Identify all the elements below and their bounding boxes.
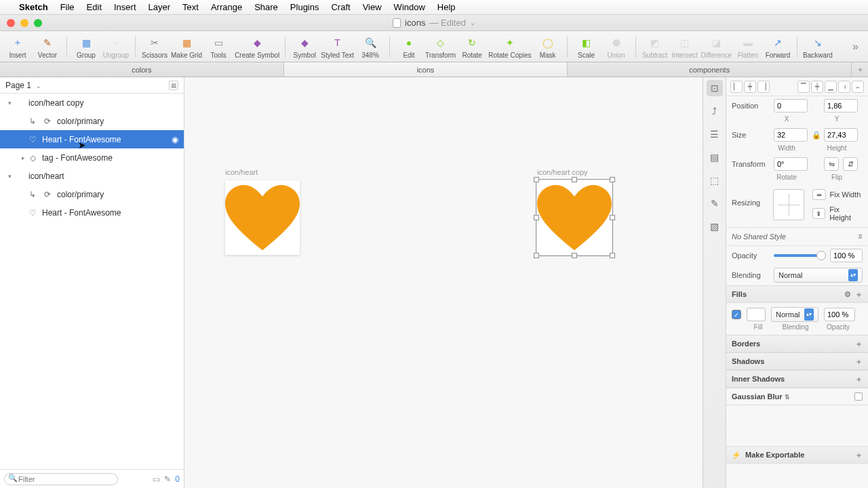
- rail-layout-icon[interactable]: ☰: [707, 126, 723, 142]
- flip-v-button[interactable]: ⇵: [843, 157, 858, 171]
- artboard-label[interactable]: icon/heart: [225, 168, 258, 176]
- layer-row[interactable]: ▾icon/heart: [0, 167, 184, 185]
- align-bottom-button[interactable]: ▁: [825, 81, 837, 93]
- width-input[interactable]: [774, 128, 808, 142]
- page-selector[interactable]: Page 1 ⌄ ▦: [0, 77, 184, 94]
- canvas[interactable]: icon/heart icon/heart copy: [184, 77, 703, 488]
- blending-select[interactable]: Normal ▴▾: [774, 268, 863, 283]
- menu-arrange[interactable]: Arrange: [211, 2, 242, 12]
- toolbar-insert[interactable]: ＋Insert: [4, 32, 31, 62]
- toolbar-rotate-copies[interactable]: ✦Rotate Copies: [488, 32, 531, 62]
- rail-align-icon[interactable]: ⊡: [707, 80, 723, 96]
- toolbar-348-[interactable]: 🔍348%: [357, 32, 384, 62]
- heart-shape[interactable]: [225, 180, 300, 255]
- layer-row[interactable]: ♡Heart - FontAwesome: [0, 203, 184, 222]
- menu-help[interactable]: Help: [437, 2, 456, 12]
- maximize-button[interactable]: [34, 19, 42, 27]
- artboard-label[interactable]: icon/heart copy: [537, 168, 588, 176]
- distribute-v-button[interactable]: ⫠: [852, 81, 864, 93]
- toolbar-scale[interactable]: ◧Scale: [573, 32, 600, 62]
- blur-enabled-checkbox[interactable]: [854, 392, 863, 401]
- toolbar-rotate[interactable]: ↻Rotate: [458, 32, 486, 62]
- opacity-input[interactable]: [830, 249, 863, 262]
- add-inner-shadow-button[interactable]: ＋: [855, 374, 863, 384]
- layer-row[interactable]: ↳⟳color/primary: [0, 185, 184, 203]
- document-title[interactable]: icons — Edited ⌄: [393, 18, 475, 28]
- layer-row[interactable]: ♡Heart - FontAwesome◉: [0, 130, 184, 148]
- menu-file[interactable]: File: [60, 2, 75, 12]
- align-center-v-button[interactable]: ┿: [811, 81, 823, 93]
- artboard-icon-heart-copy[interactable]: icon/heart copy: [537, 180, 612, 255]
- filter-options-icon[interactable]: ▭: [153, 474, 160, 484]
- align-right-button[interactable]: ▕: [757, 81, 770, 93]
- selection-handles[interactable]: [536, 179, 613, 256]
- fill-opacity-input[interactable]: [824, 308, 855, 321]
- artboard-icon-heart[interactable]: icon/heart: [225, 180, 300, 255]
- toolbar-overflow[interactable]: »: [847, 41, 864, 53]
- toolbar-forward[interactable]: ↗Forward: [764, 32, 791, 62]
- menu-insert[interactable]: Insert: [114, 2, 136, 12]
- add-border-button[interactable]: ＋: [855, 339, 863, 349]
- rail-export-icon[interactable]: ⤴: [707, 103, 723, 119]
- toolbar-edit[interactable]: ●Edit: [395, 32, 422, 62]
- tab-colors[interactable]: colors: [0, 62, 284, 77]
- menu-share[interactable]: Share: [254, 2, 278, 12]
- height-input[interactable]: [824, 128, 858, 142]
- layer-row[interactable]: ▸◇tag - FontAwesome: [0, 148, 184, 167]
- fill-blend-select[interactable]: Normal ▴▾: [771, 307, 818, 322]
- menu-text[interactable]: Text: [182, 2, 199, 12]
- fix-height-toggle[interactable]: ⬍: [812, 208, 826, 219]
- align-center-h-button[interactable]: ┿: [744, 81, 756, 93]
- toolbar-make-grid[interactable]: ▦Make Grid: [171, 32, 202, 62]
- rotate-input[interactable]: [774, 157, 808, 171]
- resizing-constraints[interactable]: [773, 189, 804, 220]
- position-x-input[interactable]: [774, 99, 808, 113]
- fill-color-swatch[interactable]: [747, 308, 766, 321]
- toolbar-difference[interactable]: ◪Difference: [701, 32, 732, 62]
- rail-image-icon[interactable]: ▧: [707, 218, 723, 235]
- layer-row[interactable]: ▾icon/heart copy: [0, 94, 184, 112]
- align-top-button[interactable]: ▔: [797, 81, 810, 93]
- menu-view[interactable]: View: [363, 2, 382, 12]
- filter-input[interactable]: [4, 473, 118, 485]
- close-button[interactable]: [7, 19, 15, 27]
- lock-aspect-icon[interactable]: 🔒: [812, 131, 820, 140]
- toolbar-styled-text[interactable]: TStyled Text: [321, 32, 354, 62]
- fills-settings-icon[interactable]: ⚙: [844, 290, 851, 298]
- align-left-button[interactable]: ▏: [730, 81, 743, 93]
- add-tab-button[interactable]: ＋: [852, 62, 868, 77]
- fill-enabled-checkbox[interactable]: ✓: [732, 310, 741, 319]
- shared-style-select[interactable]: No Shared Style ⇅: [726, 227, 868, 246]
- add-fill-button[interactable]: ＋: [855, 290, 863, 298]
- toolbar-mask[interactable]: ◯Mask: [534, 32, 561, 62]
- toolbar-union[interactable]: ⬣Union: [603, 32, 630, 62]
- menu-window[interactable]: Window: [394, 2, 425, 12]
- filter-pencil-icon[interactable]: ✎: [164, 474, 171, 484]
- add-export-button[interactable]: ＋: [855, 450, 863, 460]
- toolbar-flatten[interactable]: ▬Flatten: [734, 32, 762, 62]
- tab-components[interactable]: components: [568, 62, 852, 77]
- toolbar-group[interactable]: ▦Group: [73, 32, 100, 62]
- toolbar-subtract[interactable]: ◩Subtract: [642, 32, 669, 62]
- minimize-button[interactable]: [20, 19, 28, 27]
- opacity-slider[interactable]: [774, 254, 826, 257]
- toolbar-transform[interactable]: ◇Transform: [425, 32, 456, 62]
- toolbar-ungroup[interactable]: ▫Ungroup: [102, 32, 130, 62]
- menu-edit[interactable]: Edit: [87, 2, 102, 12]
- layer-row[interactable]: ↳⟳color/primary: [0, 112, 184, 130]
- tab-icons[interactable]: icons: [284, 62, 568, 77]
- app-name[interactable]: Sketch: [19, 2, 48, 12]
- toolbar-tools[interactable]: ▭Tools: [205, 32, 232, 62]
- rail-text-icon[interactable]: ▤: [707, 149, 723, 165]
- visibility-icon[interactable]: ◉: [172, 135, 178, 144]
- add-shadow-button[interactable]: ＋: [855, 357, 863, 367]
- toolbar-intersect[interactable]: ◫Intersect: [671, 32, 698, 62]
- menu-craft[interactable]: Craft: [331, 2, 350, 12]
- position-y-input[interactable]: [824, 99, 858, 113]
- toolbar-vector[interactable]: ✎Vector: [34, 32, 61, 62]
- flip-h-button[interactable]: ⇋: [824, 157, 839, 171]
- blur-dropdown-icon[interactable]: ⇅: [785, 394, 790, 401]
- toolbar-scissors[interactable]: ✂Scissors: [141, 32, 168, 62]
- rail-vector-icon[interactable]: ✎: [707, 195, 723, 211]
- menu-layer[interactable]: Layer: [149, 2, 171, 12]
